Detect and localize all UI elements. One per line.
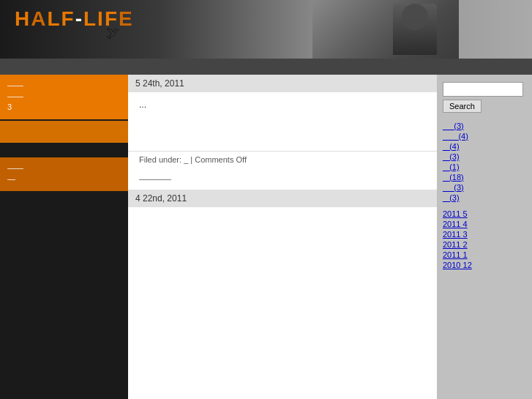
archive-link-2[interactable]: 2011 3	[443, 230, 526, 239]
sidebar-section-2: —— —	[0, 157, 128, 191]
post2-body	[128, 207, 437, 266]
sidebar-spacer-1	[0, 121, 128, 143]
category-link-1[interactable]: ___ (4)	[443, 132, 526, 141]
category-link-3[interactable]: _ (3)	[443, 152, 526, 161]
post1-header: 5 24th, 2011	[128, 75, 437, 92]
sidebar-section-1: —— —— 3	[0, 75, 128, 119]
category-link-6[interactable]: __ (3)	[443, 183, 526, 192]
category-link-2[interactable]: _ (4)	[443, 142, 526, 151]
sidebar-link-5[interactable]: —	[7, 174, 121, 183]
category-link-5[interactable]: _ (18)	[443, 173, 526, 182]
archive-link-0[interactable]: 2011 5	[443, 209, 526, 218]
archive-link-5[interactable]: 2010 12	[443, 261, 526, 269]
header-image	[312, 0, 459, 59]
archive-link-1[interactable]: 2011 4	[443, 220, 526, 228]
archive-link-4[interactable]: 2011 1	[443, 250, 526, 259]
category-list: __ (3) ___ (4) _ (4) _ (3) _ (1) _ (18) …	[443, 122, 526, 202]
sidebar-bottom	[0, 193, 128, 324]
post1-footer: Filed under: _ | Comments Off	[128, 151, 437, 168]
category-link-7[interactable]: _ (3)	[443, 193, 526, 202]
bird-icon: 🕊	[106, 26, 119, 41]
search-input[interactable]	[443, 82, 523, 97]
sidebar-link-2[interactable]: ——	[7, 92, 121, 100]
sidebar-link-1[interactable]: ——	[7, 81, 121, 89]
site-header: HALF-LIFE 🕊	[0, 0, 532, 59]
right-sidebar: Search __ (3) ___ (4) _ (4) _ (3) _ (1) …	[437, 75, 532, 399]
post2-header: 4 22nd, 2011	[128, 190, 437, 207]
category-link-4[interactable]: _ (1)	[443, 163, 526, 171]
archive-link-3[interactable]: 2011 2	[443, 240, 526, 249]
search-button[interactable]: Search	[443, 100, 482, 113]
archive-list: 2011 5 2011 4 2011 3 2011 2 2011 1 2010 …	[443, 209, 526, 269]
sidebar-link-3[interactable]: 3	[7, 102, 121, 111]
center-content: 5 24th, 2011 ... Filed under: _ | Commen…	[128, 75, 437, 399]
category-link-0[interactable]: __ (3)	[443, 122, 526, 130]
main-layout: —— —— 3 —— — 5 24th, 2011 ... Filed unde…	[0, 75, 532, 399]
navbar	[0, 59, 532, 75]
sidebar-link-4[interactable]: ——	[7, 163, 121, 172]
sidebar-spacer-2	[0, 143, 128, 157]
left-sidebar: —— —— 3 —— —	[0, 75, 128, 399]
post-separator: ————	[128, 168, 437, 190]
post1-body: ...	[128, 92, 437, 151]
header-banner: HALF-LIFE 🕊	[0, 0, 532, 59]
